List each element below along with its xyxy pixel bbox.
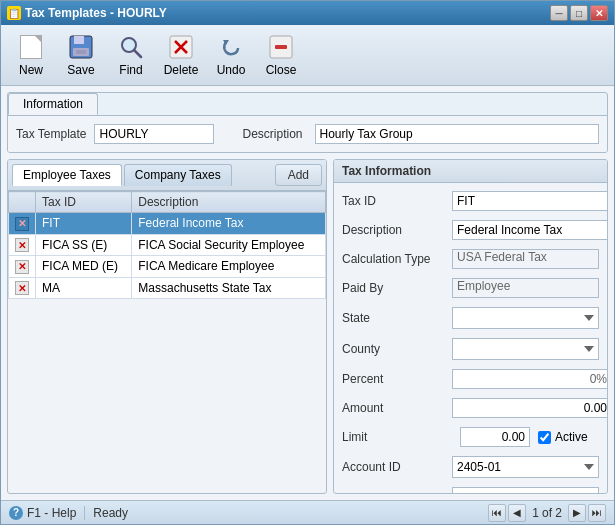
state-row: State bbox=[342, 307, 599, 329]
account-id-row: Account ID 2405-01 bbox=[342, 456, 599, 478]
delete-row-button[interactable]: ✕ bbox=[15, 260, 29, 274]
information-tab-section: Information Tax Template Description bbox=[7, 92, 608, 153]
nav-controls: ⏮ ◀ 1 of 2 ▶ ⏭ bbox=[488, 504, 606, 522]
amount-field[interactable] bbox=[452, 398, 608, 418]
account-id-select[interactable]: 2405-01 bbox=[452, 456, 599, 478]
delete-button[interactable]: Delete bbox=[157, 29, 205, 81]
calc-type-value: USA Federal Tax bbox=[452, 249, 599, 269]
tax-table: Tax ID Description ✕ FIT Federal Income … bbox=[8, 191, 326, 299]
new-label: New bbox=[19, 63, 43, 77]
find-button[interactable]: Find bbox=[107, 29, 155, 81]
undo-label: Undo bbox=[217, 63, 246, 77]
delete-cell: ✕ bbox=[9, 256, 36, 278]
delete-row-button[interactable]: ✕ bbox=[15, 281, 29, 295]
save-button[interactable]: Save bbox=[57, 29, 105, 81]
desc-label: Description bbox=[342, 223, 452, 237]
delete-row-button[interactable]: ✕ bbox=[15, 217, 29, 231]
state-label: State bbox=[342, 311, 452, 325]
calc-type-row: Calculation Type USA Federal Tax bbox=[342, 249, 599, 269]
main-window: 📋 Tax Templates - HOURLY ─ □ ✕ New Save bbox=[0, 0, 615, 525]
maximize-button[interactable]: □ bbox=[570, 5, 588, 21]
new-icon bbox=[17, 33, 45, 61]
calc-type-label: Calculation Type bbox=[342, 252, 452, 266]
table-row[interactable]: ✕ FIT Federal Income Tax bbox=[9, 213, 326, 235]
tab-employee-taxes[interactable]: Employee Taxes bbox=[12, 164, 122, 186]
nav-last-button[interactable]: ⏭ bbox=[588, 504, 606, 522]
toolbar: New Save Find Delete Undo bbox=[1, 25, 614, 86]
main-area: Employee Taxes Company Taxes Add Tax ID … bbox=[7, 159, 608, 494]
window-close-button[interactable]: ✕ bbox=[590, 5, 608, 21]
svg-rect-3 bbox=[76, 50, 86, 54]
active-checkbox-label: Active bbox=[538, 430, 588, 444]
delete-icon bbox=[167, 33, 195, 61]
page-of: of bbox=[542, 506, 555, 520]
tab-header: Information bbox=[8, 93, 607, 115]
limit-row: Limit Active bbox=[342, 427, 599, 447]
expense-id-row: Expense ID 5600-01 bbox=[342, 487, 599, 494]
nav-prev-button[interactable]: ◀ bbox=[508, 504, 526, 522]
right-panel: Tax Information Tax ID Description Calcu… bbox=[333, 159, 608, 494]
tax-id-field[interactable] bbox=[452, 191, 608, 211]
tax-id-cell: FICA SS (E) bbox=[36, 234, 132, 256]
nav-first-button[interactable]: ⏮ bbox=[488, 504, 506, 522]
titlebar: 📋 Tax Templates - HOURLY ─ □ ✕ bbox=[1, 1, 614, 25]
county-select[interactable] bbox=[452, 338, 599, 360]
tax-id-label: Tax ID bbox=[342, 194, 452, 208]
description-row: Description bbox=[342, 220, 599, 240]
desc-field[interactable] bbox=[452, 220, 608, 240]
description-input[interactable] bbox=[315, 124, 599, 144]
tax-template-label: Tax Template bbox=[16, 127, 86, 141]
minimize-button[interactable]: ─ bbox=[550, 5, 568, 21]
county-label: County bbox=[342, 342, 452, 356]
percent-label: Percent bbox=[342, 372, 452, 386]
window-title: Tax Templates - HOURLY bbox=[25, 6, 167, 20]
svg-rect-1 bbox=[74, 36, 84, 44]
tab-information[interactable]: Information bbox=[8, 93, 98, 115]
table-row[interactable]: ✕ MA Massachusetts State Tax bbox=[9, 277, 326, 299]
limit-field[interactable] bbox=[460, 427, 530, 447]
amount-label: Amount bbox=[342, 401, 452, 415]
table-row[interactable]: ✕ FICA SS (E) FICA Social Security Emplo… bbox=[9, 234, 326, 256]
statusbar: ? F1 - Help Ready ⏮ ◀ 1 of 2 ▶ ⏭ bbox=[1, 500, 614, 524]
info-tab-content: Tax Template Description bbox=[8, 115, 607, 152]
new-button[interactable]: New bbox=[7, 29, 55, 81]
county-row: County bbox=[342, 338, 599, 360]
percent-field[interactable] bbox=[452, 369, 608, 389]
paid-by-label: Paid By bbox=[342, 281, 452, 295]
expense-id-select[interactable]: 5600-01 bbox=[452, 487, 599, 494]
active-label: Active bbox=[555, 430, 588, 444]
account-id-label: Account ID bbox=[342, 460, 452, 474]
tab-company-taxes[interactable]: Company Taxes bbox=[124, 164, 232, 186]
window-controls: ─ □ ✕ bbox=[550, 5, 608, 21]
delete-cell: ✕ bbox=[9, 277, 36, 299]
col-tax-id: Tax ID bbox=[36, 192, 132, 213]
help-text: F1 - Help bbox=[27, 506, 76, 520]
add-button[interactable]: Add bbox=[275, 164, 322, 186]
undo-button[interactable]: Undo bbox=[207, 29, 255, 81]
nav-next-button[interactable]: ▶ bbox=[568, 504, 586, 522]
svg-line-5 bbox=[134, 50, 141, 57]
help-section: ? F1 - Help bbox=[9, 506, 85, 520]
delete-row-button[interactable]: ✕ bbox=[15, 238, 29, 252]
app-icon: 📋 bbox=[7, 6, 21, 20]
paid-by-value: Employee bbox=[452, 278, 599, 298]
description-label: Description bbox=[242, 127, 302, 141]
col-delete bbox=[9, 192, 36, 213]
close-button[interactable]: Close bbox=[257, 29, 305, 81]
table-row[interactable]: ✕ FICA MED (E) FICA Medicare Employee bbox=[9, 256, 326, 278]
page-info: 1 of 2 bbox=[528, 506, 566, 520]
find-label: Find bbox=[119, 63, 142, 77]
tax-description-cell: Federal Income Tax bbox=[132, 213, 326, 235]
tax-id-cell: FICA MED (E) bbox=[36, 256, 132, 278]
tax-description-cell: FICA Social Security Employee bbox=[132, 234, 326, 256]
tax-id-cell: MA bbox=[36, 277, 132, 299]
state-select[interactable] bbox=[452, 307, 599, 329]
undo-icon bbox=[217, 33, 245, 61]
active-checkbox[interactable] bbox=[538, 431, 551, 444]
col-description: Description bbox=[132, 192, 326, 213]
close-label: Close bbox=[266, 63, 297, 77]
tax-template-input[interactable] bbox=[94, 124, 214, 144]
left-panel-tabs: Employee Taxes Company Taxes Add bbox=[8, 160, 326, 191]
find-icon bbox=[117, 33, 145, 61]
expense-id-label: Expense ID bbox=[342, 491, 452, 494]
